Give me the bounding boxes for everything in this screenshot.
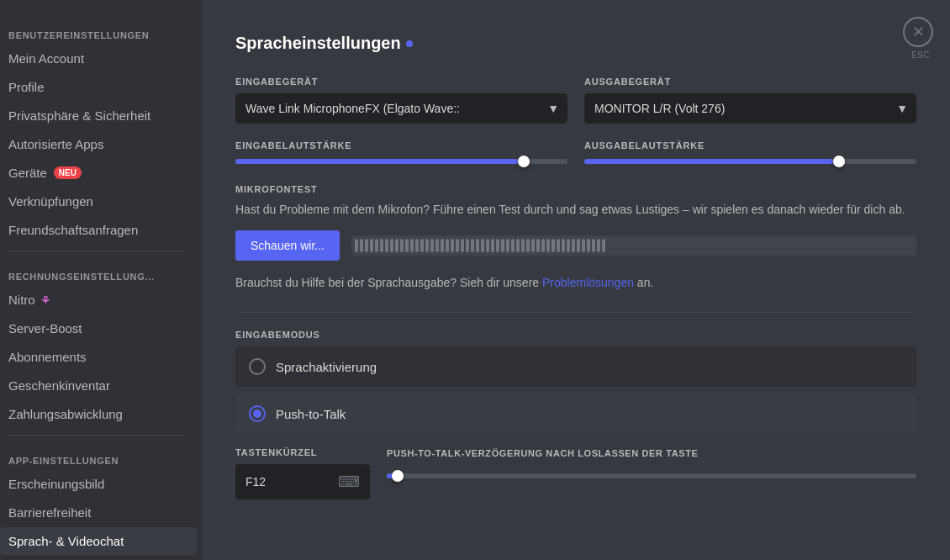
sidebar-item-mein-account[interactable]: Mein Account: [0, 45, 197, 72]
keyboard-icon: ⌨: [338, 473, 360, 491]
sidebar-item-geraete[interactable]: Geräte NEU: [0, 159, 197, 187]
mic-bar-seg: [526, 239, 530, 252]
eingabegeraet-group: EINGABEGERÄT Wave Link MicrophoneFX (Elg…: [235, 77, 567, 124]
ptt-slider-track[interactable]: [387, 473, 916, 478]
mic-bar-seg: [375, 239, 378, 252]
mic-bar-seg: [516, 239, 520, 252]
ptt-slider-thumb[interactable]: [392, 470, 404, 482]
mic-bar-seg: [562, 239, 565, 252]
page-title: Spracheinstellungen: [235, 34, 916, 53]
mic-bar-seg: [365, 239, 368, 252]
radio-label-sprachaktivierung: Sprachaktivierung: [276, 360, 377, 374]
mic-bar-seg: [592, 239, 595, 252]
tastenkuerzel-value: F12: [245, 475, 331, 489]
mic-bar-seg: [521, 239, 525, 252]
ausgabegeraet-label: AUSGABEGERÄT: [584, 77, 916, 87]
mic-bar-seg: [385, 239, 388, 252]
mic-bar-seg: [456, 239, 459, 252]
sidebar-item-autorisierte-apps[interactable]: Autorisierte Apps: [0, 130, 197, 158]
sidebar-item-privatsphaere[interactable]: Privatsphäre & Sicherheit: [0, 102, 197, 129]
mic-bar-seg: [557, 239, 560, 252]
ausgabelautstaerke-label: AUSGABELAUTSTÄRKE: [584, 140, 916, 151]
mic-bar-seg: [430, 239, 434, 252]
sidebar-item-zahlungsabwicklung[interactable]: Zahlungsabwicklung: [0, 400, 197, 428]
radio-circle-push-to-talk: [249, 405, 266, 422]
mic-bar-seg: [395, 239, 398, 252]
mikrofontest-header: MIKROFONTEST: [235, 184, 916, 194]
ausgabelautstaerke-fill: [584, 159, 833, 164]
sidebar-item-profile[interactable]: Profile: [0, 73, 197, 101]
nitro-icon: ⚘: [40, 293, 51, 307]
shortcut-row: TASTENKÜRZEL F12 ⌨ PUSH-TO-TALK-VERZÖGER…: [235, 447, 916, 499]
mic-bar-seg: [415, 239, 419, 252]
sidebar-item-barrierefreiheit[interactable]: Barrierefreiheit: [0, 499, 197, 526]
ausgabelautstaerke-thumb[interactable]: [833, 156, 845, 167]
eingabelautstaerke-fill: [235, 159, 518, 164]
divider-1: [8, 251, 188, 251]
eingabegeraet-select-wrapper[interactable]: Wave Link MicrophoneFX (Elgato Wave:: St…: [235, 93, 567, 124]
mic-bar-seg: [506, 239, 509, 252]
eingabegeraet-select[interactable]: Wave Link MicrophoneFX (Elgato Wave:: St…: [235, 93, 567, 124]
mic-bar-seg: [567, 239, 570, 252]
ausgabegeraet-select[interactable]: MONITOR L/R (Volt 276) Standard: [584, 93, 916, 124]
sidebar-item-freundschaftsanfragen[interactable]: Freundschaftsanfragen: [0, 216, 197, 244]
mic-bar-seg: [486, 239, 489, 252]
ausgabelautstaerke-track[interactable]: [584, 159, 916, 164]
tastenkuerzel-group: TASTENKÜRZEL F12 ⌨: [235, 447, 370, 499]
mic-bar-seg: [390, 239, 393, 252]
mic-bar-seg: [471, 239, 474, 252]
divider-2: [8, 435, 188, 436]
mic-bar-seg: [451, 239, 454, 252]
sidebar-item-abonnements[interactable]: Abonnements: [0, 343, 197, 371]
eingabelautstaerke-group: EINGABELAUTSTÄRKE: [235, 140, 567, 164]
sidebar-item-erscheinungsbild[interactable]: Erscheinungsbild: [0, 470, 197, 498]
sidebar-section-app-einstellungen: APP-EINSTELLUNGEN: [0, 442, 197, 469]
volume-row: EINGABELAUTSTÄRKE AUSGABELAUTSTÄRKE: [235, 140, 916, 164]
mic-bar-seg: [466, 239, 469, 252]
mic-bar-seg: [531, 239, 535, 252]
tastenkuerzel-label: TASTENKÜRZEL: [235, 447, 370, 457]
help-text: Brauchst du Hilfe bei der Sprachausgabe?…: [235, 274, 916, 292]
mic-bar-seg: [511, 239, 515, 252]
eingabelautstaerke-track[interactable]: [235, 159, 567, 164]
close-button[interactable]: ✕: [903, 17, 933, 47]
sidebar-item-geschenkinventar[interactable]: Geschenkinventar: [0, 372, 197, 399]
mic-bar-track: [351, 235, 916, 256]
radio-sprachaktivierung[interactable]: Sprachaktivierung: [235, 346, 916, 387]
mic-bar-seg: [461, 239, 464, 252]
problemloesungen-link[interactable]: Problemlösungen: [542, 276, 634, 289]
ptt-delay-label: PUSH-TO-TALK-VERZÖGERUNG NACH LOSLASSEN …: [387, 447, 916, 460]
sidebar-item-server-boost[interactable]: Server-Boost: [0, 314, 197, 342]
sidebar-item-nitro[interactable]: Nitro ⚘: [0, 286, 197, 314]
mic-bar-seg: [496, 239, 499, 252]
mic-bar-seg: [370, 239, 373, 252]
mic-bar-seg: [602, 239, 605, 252]
mic-bar-seg: [481, 239, 484, 252]
close-label: ESC: [911, 50, 930, 60]
ausgabegeraet-select-wrapper[interactable]: MONITOR L/R (Volt 276) Standard ▼: [584, 93, 916, 124]
sidebar: BENUTZEREINSTELLUNGEN Mein Account Profi…: [0, 0, 202, 560]
mic-bar-seg: [546, 239, 550, 252]
mikrofontest-desc: Hast du Probleme mit dem Mikrofon? Führe…: [235, 201, 916, 219]
sidebar-item-sprach-videochat[interactable]: Sprach- & Videochat: [0, 527, 197, 555]
radio-label-push-to-talk: Push-to-Talk: [276, 407, 346, 421]
mic-bar-seg: [536, 239, 540, 252]
sidebar-item-verknuepfungen[interactable]: Verknüpfungen: [0, 188, 197, 215]
mic-bar-seg: [476, 239, 479, 252]
mic-bar-seg: [355, 239, 358, 252]
mic-bar-seg: [435, 239, 439, 252]
mic-bar-seg: [577, 239, 580, 252]
main-content: Spracheinstellungen ✕ ESC EINGABEGERÄT W…: [202, 0, 950, 560]
mic-bar-seg: [491, 239, 494, 252]
mic-bar-seg: [410, 239, 414, 252]
tastenkuerzel-input[interactable]: F12 ⌨: [235, 464, 370, 499]
title-dot: [406, 40, 413, 47]
eingabelautstaerke-thumb[interactable]: [518, 156, 530, 167]
mic-bar-seg: [380, 239, 383, 252]
mic-bar-seg: [441, 239, 444, 252]
radio-push-to-talk[interactable]: Push-to-Talk: [235, 394, 916, 434]
mic-bar-seg: [572, 239, 575, 252]
ausgabegeraet-group: AUSGABEGERÄT MONITOR L/R (Volt 276) Stan…: [584, 77, 916, 124]
mic-bar-seg: [501, 239, 504, 252]
schauen-wir-button[interactable]: Schauen wir...: [235, 230, 340, 261]
